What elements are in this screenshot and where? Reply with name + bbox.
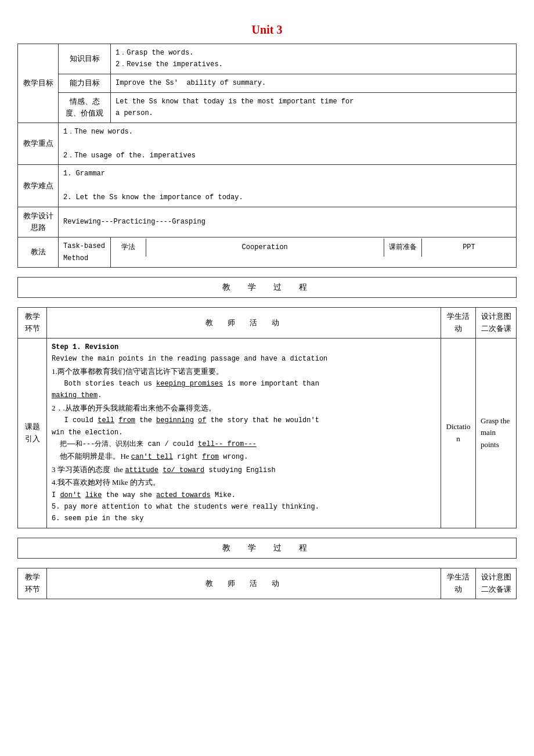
process-header-cell2: 教 学 过 程 bbox=[18, 538, 517, 558]
making-them: making them bbox=[52, 391, 98, 399]
process-col2-header: 教 师 活 动 bbox=[47, 308, 441, 339]
cell-xf-group: 学法 Cooperation 课前准备 PPT bbox=[111, 237, 517, 268]
process-table: 教学 环节 教 师 活 动 学生活动 设计意图 二次备课 课题 引入 Step … bbox=[17, 307, 517, 528]
table-row-jxmb1: 教学目标 知识目标 1．Grasp the words.2．Revise the… bbox=[18, 44, 517, 74]
cell-xf-label: 学法 bbox=[111, 239, 146, 256]
process2-col1-header: 教学 环节 bbox=[18, 568, 47, 599]
process-header-cell: 教 学 过 程 bbox=[18, 277, 517, 297]
process-col3-header: 学生活动 bbox=[441, 308, 476, 339]
cant-tell: can't tell bbox=[131, 453, 173, 461]
process-header-row: 教 学 过 程 bbox=[18, 277, 517, 297]
line1-zh: 1.两个故事都教育我们信守诺言比许下诺言更重要。 bbox=[52, 367, 223, 376]
like: like bbox=[85, 491, 102, 499]
line-canttell: 他不能明辨是非。He bbox=[60, 452, 131, 460]
cell-jxmb-label: 教学目标 bbox=[18, 44, 59, 123]
lesson-content: Step 1. Revision Review the main points … bbox=[47, 338, 441, 528]
inner-row: 学法 Cooperation 课前准备 PPT bbox=[111, 239, 516, 256]
process-col1-header: 教学 环节 bbox=[18, 308, 47, 339]
table-row-sj: 教学设计思路 Reviewing---Practicing----Graspin… bbox=[18, 207, 517, 237]
cell-jxnd-label: 教学难点 bbox=[18, 165, 59, 207]
planning-table: 教学目标 知识目标 1．Grasp the words.2．Revise the… bbox=[17, 44, 517, 268]
to-toward: to/ toward bbox=[163, 466, 204, 474]
process-table2: 教学 环节 教 师 活 动 学生活动 设计意图 二次备课 bbox=[17, 568, 517, 599]
process2-col3-header: 学生活动 bbox=[441, 568, 476, 599]
of: of bbox=[198, 416, 206, 424]
dont: don't bbox=[60, 491, 81, 499]
lesson-design: Grasp the main points bbox=[476, 338, 517, 528]
process2-col2-header: 教 师 活 动 bbox=[47, 568, 441, 599]
table-row-jxzd: 教学重点 1．The new words.2．The usage of the.… bbox=[18, 123, 517, 165]
acted-towards: acted towards bbox=[156, 491, 211, 499]
cell-jf-method: Task-based Method bbox=[59, 237, 111, 268]
cell-sj-content: Reviewing---Practicing----Grasping bbox=[59, 207, 517, 237]
table-row-jxmb3: 情感、态度、价值观 Let the Ss know that today is … bbox=[18, 92, 517, 123]
cell-qg-label: 情感、态度、价值观 bbox=[59, 92, 111, 123]
cell-zsmb-content: 1．Grasp the words.2．Revise the imperativ… bbox=[111, 44, 517, 74]
cell-xf-val: Cooperation bbox=[146, 239, 384, 256]
process2-col4-header: 设计意图 二次备课 bbox=[476, 568, 517, 599]
cell-jf-label: 教法 bbox=[18, 237, 59, 268]
cell-sj-label: 教学设计思路 bbox=[18, 207, 59, 237]
process-header-row2: 教 学 过 程 bbox=[18, 538, 517, 558]
beginning: beginning bbox=[156, 416, 194, 424]
from2: from bbox=[202, 453, 219, 461]
cell-nlmb-content: Improve the Ss' ability of summary. bbox=[111, 74, 517, 92]
tell-from: tell-- from--- bbox=[198, 440, 257, 448]
cell-jxzd-content: 1．The new words.2．The usage of the. impe… bbox=[59, 123, 517, 165]
line2-zh: 2．.从故事的开头我就能看出来他不会赢得竞选。 bbox=[52, 404, 216, 412]
process-col-header: 教学 环节 教 师 活 动 学生活动 设计意图 二次备课 bbox=[18, 308, 517, 339]
step1-title: Step 1. Revision bbox=[52, 343, 118, 351]
process-col-header2: 教学 环节 教 师 活 动 学生活动 设计意图 二次备课 bbox=[18, 568, 517, 599]
attitude: attitude bbox=[125, 466, 158, 474]
lesson-student-activity: Dictatio n bbox=[441, 338, 476, 528]
cell-zsmb-label: 知识目标 bbox=[59, 44, 111, 74]
table-row-jxnd: 教学难点 1. Grammar2. Let the Ss know the im… bbox=[18, 165, 517, 207]
lesson-label: 课题 引入 bbox=[18, 338, 47, 528]
cell-jxzd-label: 教学重点 bbox=[18, 123, 59, 165]
page-title: Unit 3 bbox=[17, 23, 517, 37]
cell-nlmb-label: 能力目标 bbox=[59, 74, 111, 92]
keeping-promises: keeping promises bbox=[156, 380, 223, 388]
line4-zh: 4.我不喜欢她对待 Mike 的方式。 bbox=[52, 478, 160, 487]
inner-table: 学法 Cooperation 课前准备 PPT bbox=[111, 239, 516, 256]
cell-kqzb-label: 课前准备 bbox=[384, 239, 421, 256]
cell-qg-content: Let the Ss know that today is the most i… bbox=[111, 92, 517, 123]
process-header-table: 教 学 过 程 bbox=[17, 277, 517, 298]
table-row-jxmb2: 能力目标 Improve the Ss' ability of summary. bbox=[18, 74, 517, 92]
tell: tell bbox=[98, 416, 114, 424]
cell-jxnd-content: 1. Grammar2. Let the Ss know the importa… bbox=[59, 165, 517, 207]
cell-ppt-val: PPT bbox=[421, 239, 516, 256]
lesson-row: 课题 引入 Step 1. Revision Review the main p… bbox=[18, 338, 517, 528]
line3-zh: 3 学习英语的态度 the bbox=[52, 465, 125, 474]
from1: from bbox=[118, 416, 135, 424]
process-col4-header: 设计意图 二次备课 bbox=[476, 308, 517, 339]
process-header-table2: 教 学 过 程 bbox=[17, 538, 517, 559]
table-row-jiaof: 教法 Task-based Method 学法 Cooperation 课前准备… bbox=[18, 237, 517, 268]
